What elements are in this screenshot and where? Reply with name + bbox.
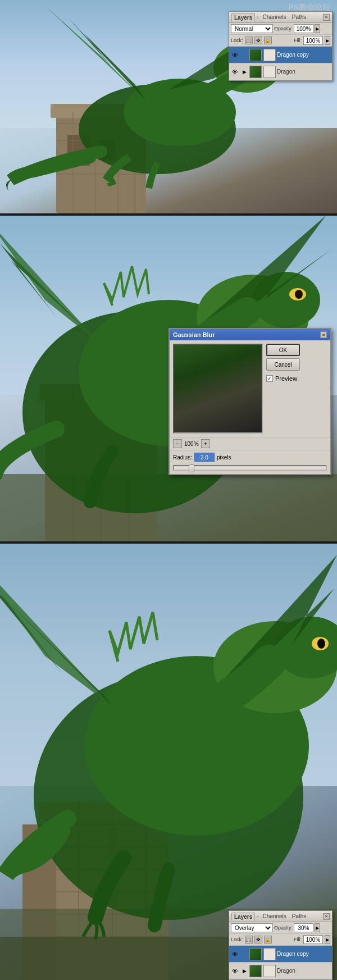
zoom-row: − 100% + — [170, 437, 330, 450]
layer-mask-4 — [263, 965, 276, 977]
preview-label: Preview — [275, 375, 297, 382]
opacity-arrow-1[interactable]: ▶ — [315, 24, 320, 33]
layer-eye-1[interactable]: 👁 — [230, 51, 239, 60]
layer-eye-3[interactable]: 👁 — [230, 950, 239, 959]
layer-chain-4: ▶ — [240, 967, 248, 975]
opacity-input-2[interactable] — [294, 923, 313, 932]
layer-name-dragon-2: Dragon — [277, 968, 331, 974]
layer-mask-1 — [263, 49, 276, 61]
tab-layers-2[interactable]: Layers — [231, 913, 255, 920]
layer-mask-2 — [263, 66, 276, 78]
radius-row: Radius: 2.0 pixels — [170, 450, 330, 464]
section-3: 社团 热知 Layers × Channels Paths × Overlay … — [0, 544, 337, 980]
layer-chain-1 — [240, 51, 248, 59]
lock-row-2: Lock: ⬚ ✥ 🔒 Fill: ▶ — [229, 934, 332, 946]
dialog-body: OK Cancel ✓ Preview — [170, 340, 330, 437]
zoom-value: 100% — [184, 441, 199, 447]
opacity-arrow-2[interactable]: ▶ — [315, 923, 320, 932]
radius-label: Radius: — [173, 454, 192, 461]
layer-chain-3 — [240, 950, 248, 958]
section-2: Gaussian Blur × OK Cancel ✓ Preview − — [0, 216, 337, 541]
lock-label-2: Lock: — [231, 937, 243, 942]
tab-paths-2[interactable]: Paths — [290, 913, 309, 920]
svg-point-53 — [317, 639, 325, 649]
layer-name-dragon-copy-2: Dragon copy — [277, 951, 331, 957]
fill-input-1[interactable] — [303, 36, 323, 45]
lock-all-icon-2[interactable]: 🔒 — [264, 936, 272, 943]
dialog-buttons: OK Cancel ✓ Preview — [266, 344, 300, 434]
layer-thumb-3 — [249, 948, 262, 960]
dialog-titlebar: Gaussian Blur × — [170, 329, 330, 340]
zoom-in-btn[interactable]: + — [201, 439, 210, 448]
layer-name-dragon-copy-1: Dragon copy — [277, 52, 331, 58]
fill-arrow-2[interactable]: ▶ — [325, 935, 330, 944]
section-1: PS教你论坛 BBS.16XX8.COM Layers × Channels P… — [0, 0, 337, 213]
radius-slider-track[interactable] — [173, 465, 327, 471]
layer-thumb-4 — [249, 965, 262, 977]
panel-close-2[interactable]: × — [323, 913, 330, 920]
layers-panel-1: Layers × Channels Paths × Normal Overlay… — [229, 11, 333, 81]
opacity-input-1[interactable] — [294, 24, 313, 33]
fill-arrow-1[interactable]: ▶ — [325, 36, 330, 45]
radius-input[interactable]: 2.0 — [194, 453, 215, 462]
opacity-label-2: Opacity: — [274, 925, 293, 931]
svg-point-33 — [295, 290, 303, 299]
layer-eye-2[interactable]: 👁 — [230, 67, 239, 76]
radius-unit: pixels — [217, 454, 231, 461]
fill-input-2[interactable] — [303, 935, 323, 944]
dialog-preview-image — [174, 345, 262, 432]
ok-button[interactable]: OK — [266, 344, 300, 356]
lock-move-icon[interactable]: ✥ — [254, 37, 262, 44]
layers-panel-titlebar-2: Layers × Channels Paths × — [229, 911, 332, 922]
lock-label-1: Lock: — [231, 38, 243, 43]
blend-mode-select-2[interactable]: Overlay Normal — [231, 923, 273, 932]
lock-row-1: Lock: ⬚ ✥ 🔒 Fill: ▶ — [229, 35, 332, 47]
layer-thumb-2 — [249, 66, 262, 78]
gaussian-blur-dialog: Gaussian Blur × OK Cancel ✓ Preview − — [168, 328, 331, 475]
blend-row-1: Normal Overlay Opacity: ▶ — [229, 23, 332, 35]
lock-move-icon-2[interactable]: ✥ — [254, 936, 262, 943]
layer-row-dragon-2[interactable]: 👁 ▶ Dragon — [229, 963, 332, 979]
layer-name-dragon-1: Dragon — [277, 69, 331, 75]
layers-panel-titlebar: Layers × Channels Paths × — [229, 12, 332, 23]
tab-channels-1[interactable]: Channels — [261, 13, 289, 21]
layer-row-dragon-copy-1[interactable]: 👁 Dragon copy — [229, 47, 332, 63]
lock-pixel-icon[interactable]: ⬚ — [245, 37, 253, 44]
zoom-out-btn[interactable]: − — [173, 439, 182, 448]
slider-row — [170, 464, 330, 474]
layer-eye-4[interactable]: 👁 — [230, 967, 239, 976]
dragon-scene-2: Gaussian Blur × OK Cancel ✓ Preview − — [0, 216, 337, 541]
preview-checkbox[interactable]: ✓ — [266, 375, 273, 382]
tab-layers-1[interactable]: Layers — [231, 13, 255, 21]
panel-close-1[interactable]: × — [323, 14, 330, 21]
layers-tabs: Layers × Channels Paths — [231, 13, 308, 21]
dragon-scene-1: PS教你论坛 BBS.16XX8.COM Layers × Channels P… — [0, 0, 337, 213]
layer-mask-3 — [263, 948, 276, 960]
blend-row-2: Overlay Normal Opacity: ▶ — [229, 922, 332, 934]
layer-row-dragon-copy-2[interactable]: 👁 Dragon copy — [229, 946, 332, 963]
fill-label-1: Fill: — [294, 38, 302, 43]
tab-paths-1[interactable]: Paths — [290, 13, 309, 21]
fill-label-2: Fill: — [294, 937, 302, 942]
layers-tabs-2: Layers × Channels Paths — [231, 913, 308, 920]
dragon-scene-3: 社团 热知 Layers × Channels Paths × Overlay … — [0, 544, 337, 980]
radius-slider-thumb[interactable] — [189, 464, 194, 472]
dialog-title: Gaussian Blur — [173, 331, 215, 338]
cancel-button[interactable]: Cancel — [266, 358, 300, 371]
blend-mode-select-1[interactable]: Normal Overlay — [231, 24, 273, 33]
tab-channels-2[interactable]: Channels — [261, 913, 289, 920]
dialog-close-btn[interactable]: × — [320, 331, 327, 338]
layer-thumb-1 — [249, 49, 262, 61]
lock-all-icon[interactable]: 🔒 — [264, 37, 272, 44]
opacity-label-1: Opacity: — [274, 26, 293, 31]
preview-checkbox-row: ✓ Preview — [266, 375, 300, 382]
lock-pixel-icon-2[interactable]: ⬚ — [245, 936, 253, 943]
dialog-preview — [173, 344, 263, 434]
layer-chain-2: ▶ — [240, 68, 248, 76]
layer-row-dragon-1[interactable]: 👁 ▶ Dragon — [229, 63, 332, 80]
layers-panel-2: Layers × Channels Paths × Overlay Normal… — [229, 910, 333, 980]
